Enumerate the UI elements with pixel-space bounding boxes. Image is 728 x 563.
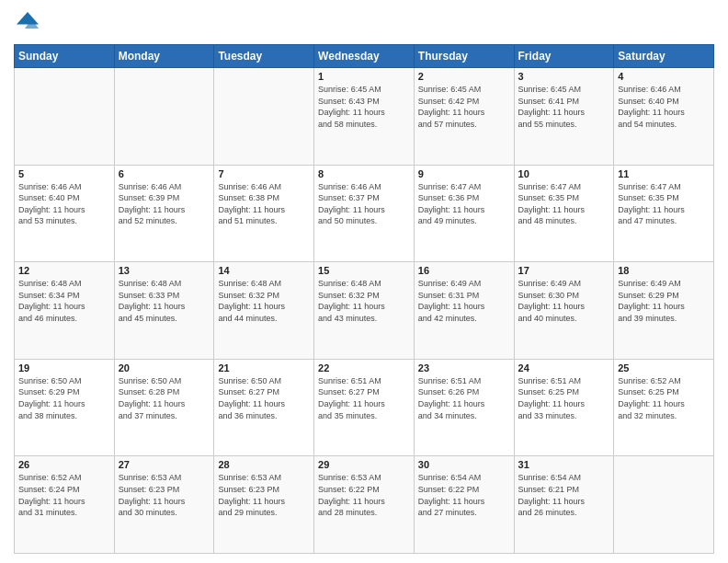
calendar-cell <box>214 68 314 166</box>
calendar-cell <box>15 68 115 166</box>
calendar-cell: 3Sunrise: 6:45 AM Sunset: 6:41 PM Daylig… <box>514 68 614 166</box>
svg-marker-0 <box>17 12 39 25</box>
calendar-cell <box>614 456 714 554</box>
calendar-body: 1Sunrise: 6:45 AM Sunset: 6:43 PM Daylig… <box>15 68 714 554</box>
col-header-friday: Friday <box>514 45 614 68</box>
calendar-week-3: 12Sunrise: 6:48 AM Sunset: 6:34 PM Dayli… <box>15 262 714 360</box>
cell-info-text: Sunrise: 6:54 AM Sunset: 6:21 PM Dayligh… <box>518 472 610 518</box>
logo <box>14 9 45 37</box>
cell-info-text: Sunrise: 6:53 AM Sunset: 6:23 PM Dayligh… <box>218 472 310 518</box>
cell-info-text: Sunrise: 6:52 AM Sunset: 6:25 PM Dayligh… <box>618 375 710 421</box>
calendar-cell: 10Sunrise: 6:47 AM Sunset: 6:35 PM Dayli… <box>514 165 614 262</box>
col-header-monday: Monday <box>114 45 214 68</box>
cell-info-text: Sunrise: 6:46 AM Sunset: 6:37 PM Dayligh… <box>318 181 410 227</box>
calendar-week-5: 26Sunrise: 6:52 AM Sunset: 6:24 PM Dayli… <box>15 456 714 554</box>
col-header-tuesday: Tuesday <box>214 45 314 68</box>
page: SundayMondayTuesdayWednesdayThursdayFrid… <box>0 0 728 563</box>
cell-date-number: 23 <box>418 362 510 373</box>
cell-info-text: Sunrise: 6:46 AM Sunset: 6:39 PM Dayligh… <box>119 181 210 227</box>
calendar-cell: 27Sunrise: 6:53 AM Sunset: 6:23 PM Dayli… <box>114 456 214 554</box>
cell-info-text: Sunrise: 6:48 AM Sunset: 6:32 PM Dayligh… <box>218 278 310 324</box>
cell-info-text: Sunrise: 6:49 AM Sunset: 6:31 PM Dayligh… <box>418 278 510 324</box>
cell-date-number: 27 <box>119 459 210 470</box>
cell-date-number: 18 <box>618 265 710 276</box>
cell-info-text: Sunrise: 6:48 AM Sunset: 6:33 PM Dayligh… <box>119 278 210 324</box>
cell-info-text: Sunrise: 6:46 AM Sunset: 6:40 PM Dayligh… <box>18 181 110 227</box>
cell-info-text: Sunrise: 6:46 AM Sunset: 6:40 PM Dayligh… <box>618 84 710 130</box>
cell-date-number: 3 <box>518 71 610 82</box>
calendar-cell: 5Sunrise: 6:46 AM Sunset: 6:40 PM Daylig… <box>15 165 115 262</box>
cell-date-number: 22 <box>318 362 410 373</box>
cell-date-number: 13 <box>119 265 210 276</box>
cell-info-text: Sunrise: 6:50 AM Sunset: 6:27 PM Dayligh… <box>218 375 310 421</box>
calendar-cell: 30Sunrise: 6:54 AM Sunset: 6:22 PM Dayli… <box>414 456 514 554</box>
calendar-cell: 9Sunrise: 6:47 AM Sunset: 6:36 PM Daylig… <box>414 165 514 262</box>
calendar-cell: 26Sunrise: 6:52 AM Sunset: 6:24 PM Dayli… <box>15 456 115 554</box>
col-header-wednesday: Wednesday <box>314 45 415 68</box>
calendar-cell: 31Sunrise: 6:54 AM Sunset: 6:21 PM Dayli… <box>514 456 614 554</box>
cell-date-number: 28 <box>218 459 310 470</box>
cell-date-number: 12 <box>18 265 110 276</box>
calendar-cell: 20Sunrise: 6:50 AM Sunset: 6:28 PM Dayli… <box>114 359 214 456</box>
cell-date-number: 24 <box>518 362 610 373</box>
calendar-cell: 25Sunrise: 6:52 AM Sunset: 6:25 PM Dayli… <box>614 359 714 456</box>
cell-info-text: Sunrise: 6:49 AM Sunset: 6:29 PM Dayligh… <box>618 278 710 324</box>
calendar-cell: 17Sunrise: 6:49 AM Sunset: 6:30 PM Dayli… <box>514 262 614 360</box>
cell-date-number: 7 <box>218 168 310 179</box>
calendar-cell: 21Sunrise: 6:50 AM Sunset: 6:27 PM Dayli… <box>214 359 314 456</box>
calendar-week-4: 19Sunrise: 6:50 AM Sunset: 6:29 PM Dayli… <box>15 359 714 456</box>
calendar-cell: 24Sunrise: 6:51 AM Sunset: 6:25 PM Dayli… <box>514 359 614 456</box>
cell-date-number: 8 <box>318 168 410 179</box>
cell-date-number: 1 <box>318 71 410 82</box>
cell-info-text: Sunrise: 6:48 AM Sunset: 6:34 PM Dayligh… <box>18 278 110 324</box>
calendar-cell <box>114 68 214 166</box>
cell-info-text: Sunrise: 6:54 AM Sunset: 6:22 PM Dayligh… <box>418 472 510 518</box>
calendar-cell: 18Sunrise: 6:49 AM Sunset: 6:29 PM Dayli… <box>614 262 714 360</box>
cell-date-number: 29 <box>318 459 410 470</box>
cell-info-text: Sunrise: 6:47 AM Sunset: 6:35 PM Dayligh… <box>618 181 710 227</box>
calendar-cell: 6Sunrise: 6:46 AM Sunset: 6:39 PM Daylig… <box>114 165 214 262</box>
cell-date-number: 5 <box>18 168 110 179</box>
calendar-week-1: 1Sunrise: 6:45 AM Sunset: 6:43 PM Daylig… <box>15 68 714 166</box>
col-header-thursday: Thursday <box>414 45 514 68</box>
cell-info-text: Sunrise: 6:48 AM Sunset: 6:32 PM Dayligh… <box>318 278 410 324</box>
calendar-cell: 16Sunrise: 6:49 AM Sunset: 6:31 PM Dayli… <box>414 262 514 360</box>
calendar-cell: 14Sunrise: 6:48 AM Sunset: 6:32 PM Dayli… <box>214 262 314 360</box>
cell-date-number: 25 <box>618 362 710 373</box>
cell-info-text: Sunrise: 6:53 AM Sunset: 6:23 PM Dayligh… <box>119 472 210 518</box>
cell-date-number: 9 <box>418 168 510 179</box>
cell-date-number: 2 <box>418 71 510 82</box>
calendar-cell: 7Sunrise: 6:46 AM Sunset: 6:38 PM Daylig… <box>214 165 314 262</box>
col-header-saturday: Saturday <box>614 45 714 68</box>
cell-info-text: Sunrise: 6:47 AM Sunset: 6:35 PM Dayligh… <box>518 181 610 227</box>
calendar-cell: 12Sunrise: 6:48 AM Sunset: 6:34 PM Dayli… <box>15 262 115 360</box>
cell-info-text: Sunrise: 6:53 AM Sunset: 6:22 PM Dayligh… <box>318 472 410 518</box>
cell-date-number: 16 <box>418 265 510 276</box>
calendar-cell: 1Sunrise: 6:45 AM Sunset: 6:43 PM Daylig… <box>314 68 415 166</box>
cell-info-text: Sunrise: 6:45 AM Sunset: 6:42 PM Dayligh… <box>418 84 510 130</box>
cell-info-text: Sunrise: 6:46 AM Sunset: 6:38 PM Dayligh… <box>218 181 310 227</box>
cell-date-number: 21 <box>218 362 310 373</box>
cell-info-text: Sunrise: 6:45 AM Sunset: 6:41 PM Dayligh… <box>518 84 610 130</box>
cell-date-number: 10 <box>518 168 610 179</box>
cell-date-number: 30 <box>418 459 510 470</box>
cell-date-number: 4 <box>618 71 710 82</box>
cell-date-number: 19 <box>18 362 110 373</box>
cell-info-text: Sunrise: 6:51 AM Sunset: 6:27 PM Dayligh… <box>318 375 410 421</box>
cell-info-text: Sunrise: 6:45 AM Sunset: 6:43 PM Dayligh… <box>318 84 410 130</box>
calendar-table: SundayMondayTuesdayWednesdayThursdayFrid… <box>14 44 714 554</box>
calendar-cell: 15Sunrise: 6:48 AM Sunset: 6:32 PM Dayli… <box>314 262 415 360</box>
calendar-cell: 13Sunrise: 6:48 AM Sunset: 6:33 PM Dayli… <box>114 262 214 360</box>
cell-date-number: 26 <box>18 459 110 470</box>
cell-info-text: Sunrise: 6:47 AM Sunset: 6:36 PM Dayligh… <box>418 181 510 227</box>
logo-icon <box>14 9 41 37</box>
calendar-week-2: 5Sunrise: 6:46 AM Sunset: 6:40 PM Daylig… <box>15 165 714 262</box>
cell-info-text: Sunrise: 6:50 AM Sunset: 6:29 PM Dayligh… <box>18 375 110 421</box>
calendar-cell: 23Sunrise: 6:51 AM Sunset: 6:26 PM Dayli… <box>414 359 514 456</box>
calendar-header: SundayMondayTuesdayWednesdayThursdayFrid… <box>15 45 714 68</box>
cell-info-text: Sunrise: 6:51 AM Sunset: 6:25 PM Dayligh… <box>518 375 610 421</box>
cell-date-number: 17 <box>518 265 610 276</box>
cell-date-number: 31 <box>518 459 610 470</box>
header-row: SundayMondayTuesdayWednesdayThursdayFrid… <box>15 45 714 68</box>
cell-date-number: 20 <box>119 362 210 373</box>
